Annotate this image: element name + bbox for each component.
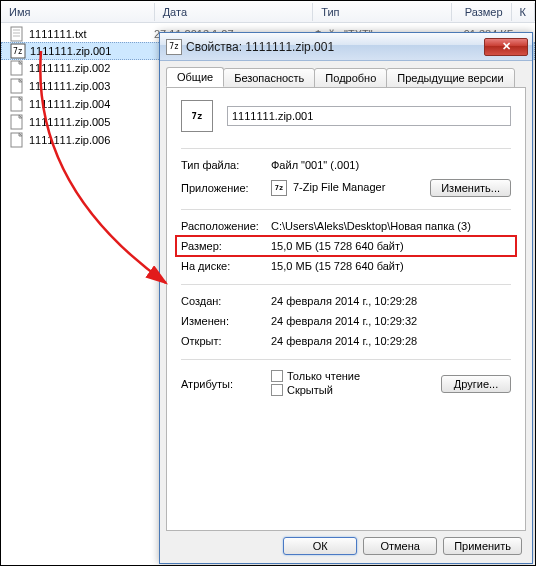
hidden-checkbox[interactable]: Скрытый — [271, 384, 333, 396]
file-blank-icon — [9, 132, 25, 148]
separator — [181, 209, 511, 210]
ok-button[interactable]: ОК — [283, 537, 357, 555]
change-button[interactable]: Изменить... — [430, 179, 511, 197]
file-txt-icon — [9, 26, 25, 42]
titlebar[interactable]: 7z Свойства: 1111111.zip.001 ✕ — [160, 33, 532, 61]
size-value: 15,0 МБ (15 728 640 байт) — [271, 240, 511, 252]
checkbox-box — [271, 370, 283, 382]
app-value: 7z7-Zip File Manager — [271, 180, 430, 196]
tabstrip: Общие Безопасность Подробно Предыдущие в… — [160, 61, 532, 87]
tab-previous-versions[interactable]: Предыдущие версии — [386, 68, 514, 88]
separator — [181, 284, 511, 285]
created-value: 24 февраля 2014 г., 10:29:28 — [271, 295, 511, 307]
file-blank-icon — [9, 96, 25, 112]
ondisk-label: На диске: — [181, 260, 271, 272]
filetype-value: Файл "001" (.001) — [271, 159, 511, 171]
file-blank-icon — [9, 114, 25, 130]
window-icon: 7z — [166, 39, 182, 55]
svg-rect-0 — [11, 27, 22, 41]
filename-input[interactable] — [227, 106, 511, 126]
close-button[interactable]: ✕ — [484, 38, 528, 56]
column-header-row: Имя Дата Тип Размер К — [1, 1, 535, 23]
column-type[interactable]: Тип — [313, 3, 452, 21]
tab-page-general: 7z Тип файла: Файл "001" (.001) Приложен… — [166, 87, 526, 531]
file-name: 1111111.txt — [29, 28, 154, 40]
column-extra[interactable]: К — [512, 3, 535, 21]
created-label: Создан: — [181, 295, 271, 307]
attributes-group: Только чтение Скрытый — [271, 370, 441, 398]
file-blank-icon — [9, 60, 25, 76]
accessed-label: Открыт: — [181, 335, 271, 347]
tab-details[interactable]: Подробно — [314, 68, 387, 88]
app-label: Приложение: — [181, 182, 271, 194]
separator — [181, 359, 511, 360]
tab-security[interactable]: Безопасность — [223, 68, 315, 88]
cancel-button[interactable]: Отмена — [363, 537, 437, 555]
checkbox-box — [271, 384, 283, 396]
window-title: Свойства: 1111111.zip.001 — [186, 40, 484, 54]
file-name: 1111111.zip.005 — [29, 116, 154, 128]
location-label: Расположение: — [181, 220, 271, 232]
file-blank-icon — [9, 78, 25, 94]
hidden-label: Скрытый — [287, 384, 333, 396]
file-type-icon: 7z — [181, 100, 213, 132]
attributes-label: Атрибуты: — [181, 378, 271, 390]
file-name: 1111111.zip.006 — [29, 134, 154, 146]
readonly-checkbox[interactable]: Только чтение — [271, 370, 360, 382]
file-7z-icon: 7z — [10, 43, 26, 59]
column-name[interactable]: Имя — [1, 3, 155, 21]
column-date[interactable]: Дата — [155, 3, 314, 21]
filetype-label: Тип файла: — [181, 159, 271, 171]
other-button[interactable]: Другие... — [441, 375, 511, 393]
readonly-label: Только чтение — [287, 370, 360, 382]
accessed-value: 24 февраля 2014 г., 10:29:28 — [271, 335, 511, 347]
file-name: 1111111.zip.004 — [29, 98, 154, 110]
tab-general[interactable]: Общие — [166, 67, 224, 87]
modified-value: 24 февраля 2014 г., 10:29:32 — [271, 315, 511, 327]
separator — [181, 148, 511, 149]
ondisk-value: 15,0 МБ (15 728 640 байт) — [271, 260, 511, 272]
size-highlight: Размер: 15,0 МБ (15 728 640 байт) — [175, 235, 517, 257]
properties-dialog: 7z Свойства: 1111111.zip.001 ✕ Общие Без… — [159, 32, 533, 564]
column-size[interactable]: Размер — [452, 3, 512, 21]
file-name: 1111111.zip.001 — [30, 45, 155, 57]
file-name: 1111111.zip.002 — [29, 62, 154, 74]
file-name: 1111111.zip.003 — [29, 80, 154, 92]
size-label: Размер: — [181, 240, 271, 252]
apply-button[interactable]: Применить — [443, 537, 522, 555]
app-icon: 7z — [271, 180, 287, 196]
location-value: C:\Users\Aleks\Desktop\Новая папка (3) — [271, 220, 511, 232]
dialog-buttons: ОК Отмена Применить — [160, 537, 532, 565]
svg-text:7z: 7z — [13, 47, 23, 56]
modified-label: Изменен: — [181, 315, 271, 327]
